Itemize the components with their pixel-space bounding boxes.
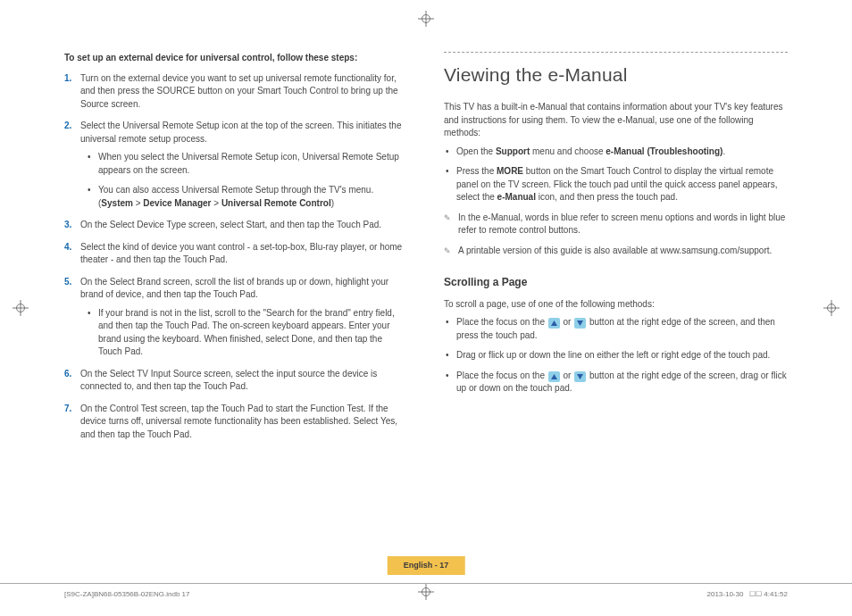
step-item: 6. On the Select TV Input Source screen,… bbox=[64, 368, 408, 394]
sub-bullet-item: You can also access Universal Remote Set… bbox=[86, 184, 408, 210]
step-text: Turn on the external device you want to … bbox=[80, 73, 398, 109]
arrow-up-icon bbox=[548, 371, 560, 382]
footer-left: [S9C-ZA]BN68-05356B-02ENG.indb 17 bbox=[64, 589, 190, 600]
arrow-down-icon bbox=[574, 371, 586, 382]
bullet-item: Drag or flick up or down the line on eit… bbox=[444, 349, 788, 362]
step-item: 1. Turn on the external device you want … bbox=[64, 72, 408, 112]
bullet-item: Place the focus on the or button at the … bbox=[444, 316, 788, 342]
note-icon: ✎ bbox=[444, 246, 451, 257]
step-text: Select the Universal Remote Setup icon a… bbox=[80, 121, 401, 144]
note-list: ✎In the e-Manual, words in blue refer to… bbox=[444, 212, 788, 258]
step-number: 1. bbox=[64, 72, 71, 86]
registration-mark-icon bbox=[823, 300, 839, 316]
step-text: Select the kind of device you want contr… bbox=[80, 242, 402, 265]
arrow-down-icon bbox=[574, 318, 586, 329]
step-item: 7. On the Control Test screen, tap the T… bbox=[64, 403, 408, 442]
section-title: Viewing the e-Manual bbox=[444, 62, 788, 88]
registration-mark-icon bbox=[418, 11, 434, 27]
scroll-intro: To scroll a page, use of one of the foll… bbox=[444, 298, 788, 312]
step-item: 3. On the Select Device Type screen, sel… bbox=[64, 219, 408, 232]
registration-mark-icon bbox=[13, 300, 29, 316]
note-icon: ✎ bbox=[444, 212, 451, 224]
step-number: 3. bbox=[64, 219, 71, 232]
menu-path-segment: Universal Remote Control bbox=[221, 198, 331, 208]
sub-bullet-list: When you select the Universal Remote Set… bbox=[80, 151, 408, 210]
step-text: On the Select TV Input Source screen, se… bbox=[80, 369, 377, 392]
svg-marker-11 bbox=[551, 374, 557, 379]
svg-marker-9 bbox=[551, 320, 557, 326]
menu-path-segment: Device Manager bbox=[143, 198, 211, 208]
bullet-item: Place the focus on the or button at the … bbox=[444, 370, 788, 395]
note-item: ✎A printable version of this guide is al… bbox=[444, 245, 788, 258]
scroll-subheading: Scrolling a Page bbox=[444, 275, 788, 290]
step-number: 4. bbox=[64, 241, 71, 254]
svg-marker-12 bbox=[577, 374, 583, 379]
dashed-divider bbox=[444, 52, 788, 53]
svg-marker-10 bbox=[577, 320, 583, 326]
note-item: ✎In the e-Manual, words in blue refer to… bbox=[444, 212, 788, 237]
bullet-item: Open the Support menu and choose e-Manua… bbox=[444, 146, 788, 159]
intro-paragraph: This TV has a built-in e-Manual that con… bbox=[444, 101, 788, 140]
bullet-list: Open the Support menu and choose e-Manua… bbox=[444, 146, 788, 204]
left-column: To set up an external device for univers… bbox=[64, 52, 408, 450]
scroll-bullet-list: Place the focus on the or button at the … bbox=[444, 316, 788, 395]
document-page: To set up an external device for univers… bbox=[0, 0, 852, 616]
step-number: 7. bbox=[64, 403, 71, 416]
left-heading: To set up an external device for univers… bbox=[64, 52, 408, 65]
footer-right: 2013-10-30 ☐☐ 4:41:52 bbox=[706, 589, 788, 600]
step-text: On the Control Test screen, tap the Touc… bbox=[80, 404, 397, 439]
step-number: 6. bbox=[64, 368, 71, 381]
step-item: 5. On the Select Brand screen, scroll th… bbox=[64, 276, 408, 359]
footer-row: [S9C-ZA]BN68-05356B-02ENG.indb 17 2013-1… bbox=[0, 583, 852, 600]
step-item: 2. Select the Universal Remote Setup ico… bbox=[64, 120, 408, 210]
content-columns: To set up an external device for univers… bbox=[64, 52, 788, 450]
bullet-item: Press the MORE button on the Smart Touch… bbox=[444, 165, 788, 204]
step-number: 5. bbox=[64, 276, 71, 289]
sub-bullet-list: If your brand is not in the list, scroll… bbox=[80, 307, 408, 359]
step-number: 2. bbox=[64, 120, 71, 133]
menu-path-segment: System bbox=[101, 198, 133, 208]
step-text: On the Select Brand screen, scroll the l… bbox=[80, 277, 388, 300]
step-text: On the Select Device Type screen, select… bbox=[80, 220, 381, 229]
steps-list: 1. Turn on the external device you want … bbox=[64, 72, 408, 442]
step-item: 4. Select the kind of device you want co… bbox=[64, 241, 408, 267]
sub-bullet-item: If your brand is not in the list, scroll… bbox=[86, 307, 408, 359]
page-number-badge: English - 17 bbox=[388, 556, 465, 575]
right-column: Viewing the e-Manual This TV has a built… bbox=[444, 52, 788, 450]
sub-bullet-item: When you select the Universal Remote Set… bbox=[86, 151, 408, 177]
arrow-up-icon bbox=[548, 318, 560, 329]
